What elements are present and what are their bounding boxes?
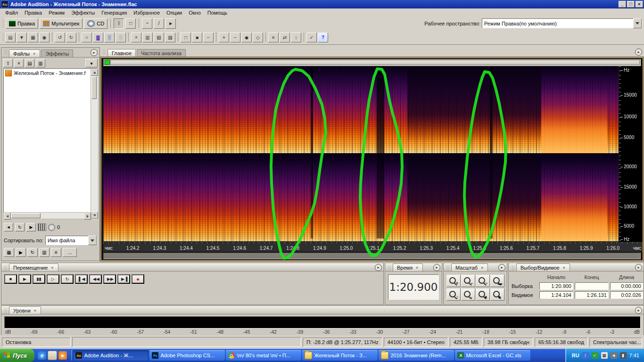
file-item[interactable]: Железный Поток - Знамение.f — [4, 69, 91, 77]
show-file-types-icon[interactable]: ▦ — [4, 248, 14, 257]
play-button[interactable]: ▶ — [18, 274, 31, 284]
play-looped-button[interactable]: ↻ — [61, 274, 74, 284]
zoom-to-selection-button[interactable]: ~ — [476, 275, 490, 287]
show-markers-icon[interactable]: ≡ — [51, 248, 61, 257]
selection-end-field[interactable] — [575, 282, 609, 290]
scroll-right-icon[interactable] — [84, 213, 91, 220]
zoom-out-icon[interactable]: − — [230, 33, 240, 42]
play-from-cursor-button[interactable]: ▷ — [47, 274, 59, 284]
taskbar-item-audition[interactable]: Au Adobe Audition - Ж... — [73, 350, 149, 361]
spectral-frequency-view-icon[interactable]: ▓ — [93, 33, 103, 42]
close-tab-icon[interactable]: × — [50, 265, 54, 270]
trim-icon[interactable]: ■ — [192, 33, 202, 42]
panel-menu-button[interactable]: ▸ — [375, 264, 382, 271]
delete-selection-icon[interactable]: − — [203, 33, 214, 42]
taskbar-item-photoshop[interactable]: Ps Adobe Photoshop CS... — [149, 350, 225, 361]
selection-start-field[interactable]: 1:20.900 — [539, 282, 573, 290]
horizontal-scrollbar[interactable] — [3, 212, 91, 219]
zoom-out-horizontal-button[interactable]: − — [461, 275, 475, 287]
panel-menu-button[interactable]: ▸ — [91, 49, 98, 56]
zoom-in-horizontal-button[interactable]: + — [446, 275, 461, 287]
tab-effects[interactable]: Эффекты — [41, 49, 73, 57]
panel-menu-button[interactable]: ▸ — [433, 264, 440, 271]
time-ruler[interactable]: чмс 1:24.2 1:24.3 1:24.4 1:24.5 1:24.6 1… — [103, 241, 643, 252]
convert-sample-type-icon[interactable]: ⇄ — [280, 33, 290, 42]
menu-favorites[interactable]: Избранное — [130, 9, 163, 16]
panel-grip[interactable] — [512, 265, 515, 271]
zoom-in-icon[interactable]: + — [219, 33, 229, 42]
panel-grip[interactable] — [103, 49, 106, 55]
marquee-selection-tool-button[interactable]: □ — [125, 18, 136, 29]
zoom-to-selection-icon[interactable]: ◆ — [241, 33, 252, 42]
cut-icon[interactable]: × — [131, 33, 141, 42]
scheduler-icon[interactable]: ▦ — [601, 352, 608, 359]
selection-panel-tab[interactable]: Выбор/Видимое × — [516, 263, 570, 271]
crop-icon[interactable]: □ — [181, 33, 191, 42]
panel-menu-button[interactable]: ▸ — [635, 307, 642, 314]
level-meter[interactable] — [4, 316, 641, 329]
volume-icon[interactable]: ◄ — [611, 352, 617, 359]
multitrack-view-button[interactable]: Мультитрек — [40, 18, 83, 29]
menu-view[interactable]: Режим — [45, 9, 68, 16]
zoom-full-icon[interactable]: ◇ — [253, 33, 263, 42]
insert-into-cd-icon[interactable]: ▥ — [36, 59, 45, 67]
toolbar-grip[interactable] — [2, 33, 4, 41]
copy-icon[interactable]: ▥ — [142, 33, 153, 42]
menu-window[interactable]: Окно — [185, 9, 204, 16]
taskbar-item-folder-2[interactable]: 2016 Знамение (Rem... — [379, 350, 454, 361]
close-tab-icon[interactable]: × — [415, 265, 419, 270]
stop-button[interactable]: ■ — [4, 274, 17, 284]
clock[interactable]: 7:41 — [629, 353, 639, 358]
cd-view-button[interactable]: CD — [84, 18, 107, 29]
view-start-field[interactable]: 1:24.104 — [539, 291, 573, 299]
vertical-scrollbar[interactable] — [91, 69, 97, 219]
zoom-right-edge-button[interactable]: ► — [490, 288, 504, 301]
show-desktop-icon[interactable] — [48, 351, 57, 360]
undo-icon[interactable]: ↺ — [55, 33, 65, 42]
panel-menu-button[interactable]: ▸ — [498, 264, 505, 271]
scroll-up-icon[interactable] — [91, 69, 98, 76]
workspace-select[interactable]: Режим Правка(по умолчанию) — [482, 18, 642, 28]
loop-playback-icon[interactable]: ↻ — [27, 248, 38, 257]
zoom-full-button[interactable]: ▬ — [490, 275, 504, 287]
zoom-left-edge-button[interactable]: ◄ — [476, 288, 490, 301]
menu-file[interactable]: Файл — [2, 9, 21, 16]
transport-panel-tab[interactable]: Перемещение × — [9, 263, 58, 271]
save-icon[interactable]: ▼ — [17, 33, 27, 42]
redo-icon[interactable]: ↻ — [66, 33, 76, 42]
panel-grip[interactable] — [4, 49, 8, 55]
scrollbar-thumb[interactable] — [91, 76, 97, 99]
levels-panel-tab[interactable]: Уровни × — [9, 306, 41, 314]
toolbar-grip[interactable] — [2, 19, 4, 28]
title-bar[interactable]: Au Adobe Audition - Железный Поток - Зна… — [0, 0, 644, 8]
menu-help[interactable]: Помощь — [204, 9, 231, 16]
chevron-down-icon[interactable] — [88, 236, 97, 245]
pen-input-icon[interactable]: / — [582, 352, 589, 359]
normalize-icon[interactable]: ↕ — [291, 33, 301, 42]
record-button[interactable]: ● — [132, 274, 144, 284]
auto-play-icon[interactable]: ▶ — [16, 248, 26, 257]
panel-grip[interactable] — [4, 265, 8, 271]
taskbar-item-folder-1[interactable]: Железный Поток - З... — [302, 350, 378, 361]
menu-options[interactable]: Опции — [163, 9, 185, 16]
frequency-ruler[interactable]: Hz 15000 10000 5000 20000 15000 10000 50… — [619, 66, 643, 241]
menu-generate[interactable]: Генерация — [98, 9, 130, 16]
fast-forward-button[interactable]: ▶▶ — [103, 274, 116, 284]
open-icon[interactable]: ▤ — [5, 33, 16, 42]
panel-grip[interactable] — [446, 265, 450, 271]
snapping-icon[interactable]: ≡ — [268, 33, 279, 42]
waveform-view-icon[interactable]: ≈ — [82, 33, 92, 42]
close-tab-icon[interactable]: × — [33, 308, 37, 313]
scroll-left-icon[interactable] — [4, 213, 11, 220]
internet-explorer-icon[interactable]: e — [38, 351, 46, 360]
taskbar-item-excel[interactable]: X Microsoft Excel - GC.xls — [455, 350, 530, 361]
menu-edit[interactable]: Правка — [21, 9, 45, 16]
close-tab-icon[interactable]: × — [33, 51, 36, 56]
panel-grip[interactable] — [388, 265, 391, 271]
loop-icon[interactable]: ↻ — [15, 223, 25, 231]
panel-grip[interactable] — [4, 308, 8, 314]
view-length-field[interactable]: 0:02.026 — [610, 291, 643, 299]
close-tab-icon[interactable]: × — [480, 265, 484, 270]
overview-scrollbar[interactable] — [103, 59, 641, 66]
go-to-beginning-button[interactable]: ▌◀ — [75, 274, 88, 284]
